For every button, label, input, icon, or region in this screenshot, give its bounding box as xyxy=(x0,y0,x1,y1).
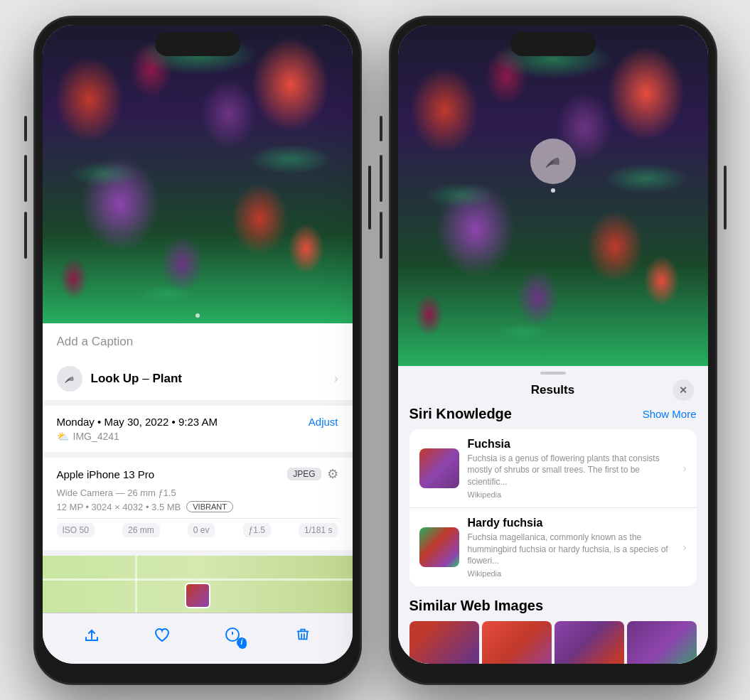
results-title: Results xyxy=(531,383,574,397)
hardy-text: Hardy fuchsia Fuchsia magellanica, commo… xyxy=(468,517,675,578)
format-badge: JPEG xyxy=(287,468,321,480)
photo-info-panel: Add a Caption Look Up – Plant xyxy=(43,323,353,664)
exif-shutter: 1/181 s xyxy=(299,523,338,537)
knowledge-card: Fuchsia Fuchsia is a genus of flowering … xyxy=(409,429,697,587)
info-button[interactable]: i xyxy=(217,619,248,650)
similar-image-4[interactable] xyxy=(627,621,697,663)
page-dot xyxy=(195,313,200,318)
siri-knowledge-title: Siri Knowledge xyxy=(409,406,512,422)
dynamic-island xyxy=(155,32,240,56)
favorite-button[interactable] xyxy=(146,619,178,650)
home-indicator xyxy=(148,669,247,673)
phone-2-screen: Results ✕ Siri Knowledge Show More xyxy=(398,25,708,664)
similar-images-grid xyxy=(409,621,697,663)
share-button[interactable] xyxy=(76,619,107,650)
caption-placeholder-text: Add a Caption xyxy=(57,335,134,348)
device-section: Apple iPhone 13 Pro JPEG ⚙ Wide Camera —… xyxy=(43,458,353,550)
cloud-icon: ⛅ xyxy=(57,431,69,442)
results-content: Siri Knowledge Show More Fuchsia Fuchsia… xyxy=(398,406,708,664)
lookup-row[interactable]: Look Up – Plant › xyxy=(43,357,353,400)
sheet-handle xyxy=(540,372,566,375)
metadata-section: Monday • May 30, 2022 • 9:23 AM Adjust ⛅… xyxy=(43,406,353,452)
fuchsia-chevron-icon: › xyxy=(683,463,687,474)
mp-spec-text: 12 MP • 3024 × 4032 • 3.5 MB xyxy=(57,502,181,512)
photo-display-2[interactable] xyxy=(398,25,708,366)
show-more-button[interactable]: Show More xyxy=(643,408,697,420)
map-preview[interactable] xyxy=(43,556,353,613)
phone-2: Results ✕ Siri Knowledge Show More xyxy=(390,16,717,684)
bottom-toolbar: i xyxy=(43,613,353,655)
fuchsia-source: Wikipedia xyxy=(468,490,675,499)
vibrant-badge: VIBRANT xyxy=(186,501,233,512)
similar-image-3[interactable] xyxy=(555,621,624,663)
similar-image-1[interactable] xyxy=(409,621,479,663)
hardy-source: Wikipedia xyxy=(468,569,675,578)
adjust-button[interactable]: Adjust xyxy=(309,416,338,428)
hardy-chevron-icon: › xyxy=(683,542,687,553)
map-photo-thumb xyxy=(185,583,210,608)
similar-image-2[interactable] xyxy=(482,621,552,663)
similar-title: Similar Web Images xyxy=(409,598,697,614)
fuchsia-thumbnail xyxy=(419,448,459,488)
siri-knowledge-header: Siri Knowledge Show More xyxy=(409,406,697,422)
photo-date: Monday • May 30, 2022 • 9:23 AM xyxy=(57,416,218,428)
exif-ev: 0 ev xyxy=(188,523,215,537)
phone-1: Add a Caption Look Up – Plant xyxy=(34,16,361,684)
gear-settings-icon[interactable]: ⚙ xyxy=(327,466,338,482)
close-button[interactable]: ✕ xyxy=(673,379,694,401)
lookup-chevron-icon: › xyxy=(334,372,338,385)
hardy-thumbnail xyxy=(419,527,459,567)
results-sheet: Results ✕ Siri Knowledge Show More xyxy=(398,366,708,664)
phone-1-screen: Add a Caption Look Up – Plant xyxy=(43,25,353,664)
device-name-label: Apple iPhone 13 Pro xyxy=(57,468,155,480)
filename-label: IMG_4241 xyxy=(73,431,119,442)
delete-button[interactable] xyxy=(287,619,318,650)
dynamic-island-2 xyxy=(510,32,596,56)
caption-field[interactable]: Add a Caption xyxy=(43,323,353,357)
hardy-desc: Fuchsia magellanica, commonly known as t… xyxy=(468,532,675,567)
similar-section: Similar Web Images xyxy=(409,598,697,663)
home-indicator-2 xyxy=(503,669,603,673)
photo-display[interactable] xyxy=(43,25,353,323)
lookup-icon xyxy=(57,366,82,392)
visual-lookup-button[interactable] xyxy=(530,139,576,184)
hardy-fuchsia-item[interactable]: Hardy fuchsia Fuchsia magellanica, commo… xyxy=(409,508,697,586)
lookup-label-text: Look Up – Plant xyxy=(91,372,182,386)
exif-focal: 26 mm xyxy=(122,523,160,537)
fuchsia-item[interactable]: Fuchsia Fuchsia is a genus of flowering … xyxy=(409,429,697,508)
camera-spec-text: Wide Camera — 26 mm ƒ1.5 xyxy=(57,488,338,498)
exif-iso: ISO 50 xyxy=(57,523,95,537)
fuchsia-name: Fuchsia xyxy=(468,438,675,451)
siri-dot xyxy=(551,188,555,193)
exif-aperture: ƒ1.5 xyxy=(243,523,271,537)
exif-row: ISO 50 26 mm 0 ev ƒ1.5 1/181 s xyxy=(57,518,338,542)
results-header: Results ✕ xyxy=(398,380,708,406)
fuchsia-text: Fuchsia Fuchsia is a genus of flowering … xyxy=(468,438,675,499)
fuchsia-desc: Fuchsia is a genus of flowering plants t… xyxy=(468,453,675,488)
hardy-name: Hardy fuchsia xyxy=(468,517,675,529)
